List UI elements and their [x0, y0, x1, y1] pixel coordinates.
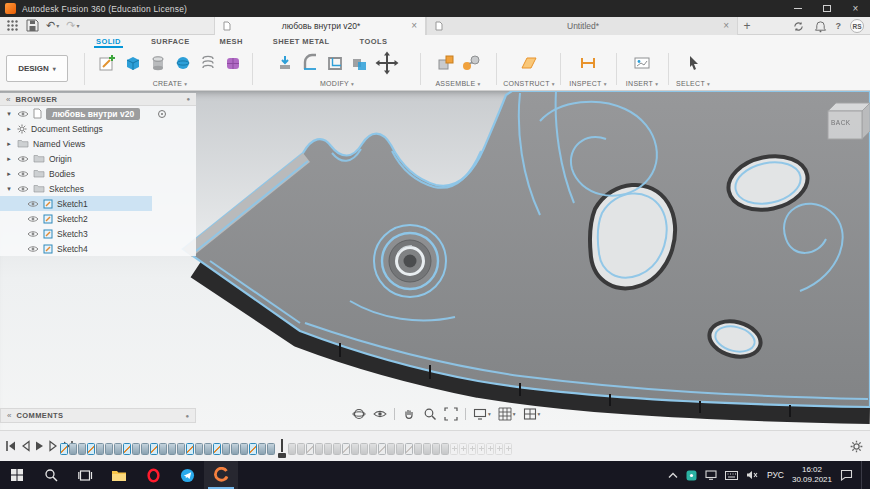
speaker-icon[interactable] — [746, 470, 759, 480]
timeline-feature-icon[interactable] — [288, 443, 296, 455]
taskbar-app-button[interactable] — [170, 461, 204, 489]
job-status-icon[interactable] — [792, 20, 805, 33]
visibility-eye-icon[interactable] — [17, 170, 29, 178]
document-tab-active[interactable]: любовь внутри v20* × — [214, 17, 426, 35]
visibility-eye-icon[interactable] — [27, 245, 39, 253]
playhead-knob[interactable] — [278, 453, 286, 458]
timeline-feature-icon[interactable] — [267, 443, 275, 455]
comments-panel-header[interactable]: « COMMENTS ● — [0, 408, 196, 423]
press-pull-button[interactable] — [275, 53, 295, 73]
close-tab-button[interactable]: × — [723, 21, 729, 31]
visibility-eye-icon[interactable] — [17, 185, 29, 193]
combine-button[interactable] — [350, 53, 370, 73]
insert-canvas-button[interactable] — [632, 53, 652, 73]
timeline-feature-icon[interactable] — [351, 443, 359, 455]
timeline-feature-icon[interactable] — [450, 443, 458, 455]
timeline-feature-icon[interactable] — [123, 443, 131, 455]
browser-sketch2[interactable]: Sketch2 — [0, 211, 196, 226]
collapse-panel-icon[interactable]: « — [7, 411, 11, 420]
timeline-feature-icon[interactable] — [306, 443, 314, 455]
timeline-feature-icon[interactable] — [414, 443, 422, 455]
timeline-feature-icon[interactable] — [96, 443, 104, 455]
language-indicator[interactable]: РУС — [767, 470, 784, 480]
maximize-button[interactable] — [812, 0, 841, 17]
tab-sheet-metal[interactable]: SHEET METAL — [271, 37, 332, 48]
start-button[interactable] — [0, 461, 34, 489]
timeline-feature-icon[interactable] — [114, 443, 122, 455]
browser-node-document-settings[interactable]: ▸ Document Settings — [0, 121, 196, 136]
timeline-feature-icon[interactable] — [432, 443, 440, 455]
visibility-eye-icon[interactable] — [17, 110, 29, 118]
timeline-feature-icon[interactable] — [324, 443, 332, 455]
timeline-feature-icon[interactable] — [495, 443, 503, 455]
timeline-feature-icon[interactable] — [315, 443, 323, 455]
expander-icon[interactable]: ▸ — [5, 140, 13, 148]
workspace-selector[interactable]: DESIGN ▾ — [6, 55, 68, 82]
timeline-feature-icon[interactable] — [333, 443, 341, 455]
timeline-playhead[interactable] — [277, 439, 286, 458]
new-component-button[interactable] — [436, 53, 456, 73]
browser-sketch1[interactable]: Sketch1 — [0, 196, 152, 211]
fillet-button[interactable] — [300, 53, 320, 73]
look-at-button[interactable] — [373, 407, 387, 421]
construct-group-dropdown[interactable]: CONSTRUCT▾ — [503, 80, 555, 87]
browser-sketch3[interactable]: Sketch3 — [0, 226, 196, 241]
task-view-button[interactable] — [68, 461, 102, 489]
timeline-feature-icon[interactable] — [477, 443, 485, 455]
notification-bell-icon[interactable] — [814, 20, 827, 33]
root-component-label[interactable]: любовь внутри v20 — [46, 108, 140, 120]
tab-tools[interactable]: TOOLS — [358, 37, 390, 48]
create-sketch-button[interactable] — [98, 53, 118, 73]
shell-button[interactable] — [325, 53, 345, 73]
expander-icon[interactable]: ▸ — [5, 170, 13, 178]
fit-button[interactable] — [444, 407, 458, 421]
taskbar-search-button[interactable] — [34, 461, 68, 489]
orbit-button[interactable] — [352, 407, 366, 421]
viewports-button[interactable]: ▾ — [523, 407, 541, 421]
play-button[interactable] — [35, 440, 44, 452]
timeline-feature-icon[interactable] — [168, 443, 176, 455]
save-icon[interactable] — [26, 19, 39, 32]
timeline-feature-icon[interactable] — [342, 443, 350, 455]
browser-node-named-views[interactable]: ▸ Named Views — [0, 136, 196, 151]
tab-surface[interactable]: SURFACE — [149, 37, 192, 48]
activate-component-radio[interactable] — [158, 110, 166, 118]
timeline-feature-icon[interactable] — [396, 443, 404, 455]
panel-dot-icon[interactable]: ● — [185, 413, 189, 419]
3d-viewport[interactable]: BACK « BROWSER ● ▾ любовь внутри v20 ▸ D… — [0, 91, 870, 430]
panel-dot-icon[interactable]: ● — [186, 96, 190, 102]
grid-settings-button[interactable]: ▾ — [498, 407, 516, 421]
minimize-button[interactable] — [783, 0, 812, 17]
measure-button[interactable] — [578, 53, 598, 73]
timeline-feature-icon[interactable] — [459, 443, 467, 455]
coil-tool-button[interactable] — [198, 53, 218, 73]
visibility-eye-icon[interactable] — [27, 215, 39, 223]
timeline-feature-icon[interactable] — [69, 443, 77, 455]
timeline-feature-icon[interactable] — [240, 443, 248, 455]
joint-button[interactable] — [461, 53, 481, 73]
visibility-eye-icon[interactable] — [27, 200, 39, 208]
timeline-feature-icon[interactable] — [60, 443, 68, 455]
timeline-feature-icon[interactable] — [441, 443, 449, 455]
pan-button[interactable] — [402, 407, 416, 421]
timeline-feature-icon[interactable] — [204, 443, 212, 455]
timeline-feature-icon[interactable] — [159, 443, 167, 455]
construction-plane-button[interactable] — [519, 53, 539, 73]
timeline-feature-icon[interactable] — [222, 443, 230, 455]
timeline-settings-button[interactable] — [850, 440, 863, 453]
move-copy-button[interactable] — [375, 51, 399, 75]
new-tab-button[interactable]: + — [738, 17, 756, 35]
timeline-feature-icon[interactable] — [132, 443, 140, 455]
step-back-button[interactable] — [21, 440, 30, 452]
timeline-feature-icon[interactable] — [405, 443, 413, 455]
create-group-dropdown[interactable]: CREATE▾ — [153, 80, 188, 87]
inspect-group-dropdown[interactable]: INSPECT▾ — [569, 80, 607, 87]
timeline-feature-icon[interactable] — [297, 443, 305, 455]
select-cursor-button[interactable] — [683, 53, 703, 73]
tray-expand-button[interactable] — [668, 472, 678, 479]
view-cube[interactable]: BACK — [818, 97, 870, 143]
create-form-button[interactable] — [223, 53, 243, 73]
step-forward-button[interactable] — [49, 440, 58, 452]
undo-button[interactable]: ↶▾ — [46, 20, 59, 31]
timeline-feature-icon[interactable] — [186, 443, 194, 455]
